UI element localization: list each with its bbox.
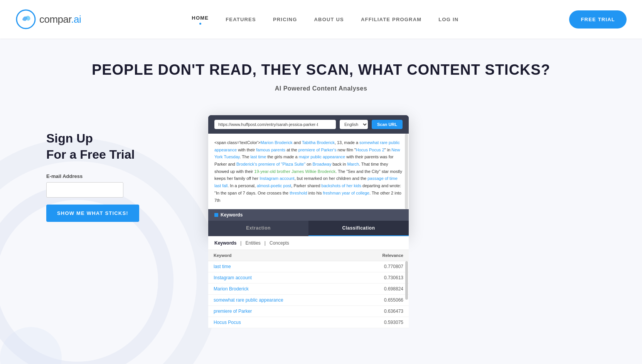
nav-features[interactable]: FEATURES [226,17,256,22]
right-panel: https://www.huffpost.com/entry/sarah-jes… [208,115,611,328]
kw-val-5: 0.593075 [384,320,403,325]
kw-sub-tabs: Keywords | Entities | Concepts [208,236,409,250]
col-header-relevance: Relevance [383,253,403,258]
tab-classification[interactable]: Classification [308,221,409,236]
kw-val-2: 0.698824 [384,286,403,292]
kw-sep-1: | [240,240,241,246]
hero-section: PEOPLE DON'T READ, THEY SCAN, WHAT CONTE… [0,39,642,104]
logo-link[interactable]: compar.ai [15,9,81,30]
signup-heading: Sign Up For a Free Trial [46,131,193,163]
article-text-area: <span class='textColor'>Marion Broderick… [208,134,409,209]
table-row: Instagram account 0.730613 [208,272,409,283]
kw-name-1: Instagram account [214,275,252,280]
screenshot-mockup: https://www.huffpost.com/entry/sarah-jes… [208,115,409,236]
email-label: E-mail Address [46,173,193,179]
kw-val-3: 0.655066 [384,297,403,303]
nav-links: HOME FEATURES PRICING ABOUT US AFFILIATE… [192,14,458,25]
main-content: Sign Up For a Free Trial E-mail Address … [0,104,642,344]
email-input[interactable] [46,182,123,198]
scan-url-button[interactable]: Scan URL [372,120,403,129]
keywords-table: Keyword Relevance last time 0.770807 Ins… [208,250,409,328]
table-row: Marion Broderick 0.698824 [208,283,409,295]
result-tabs: Extraction Classification [208,221,409,236]
kw-name-4: premiere of Parker [214,309,252,314]
article-text: <span class='textColor'>Marion Broderick… [214,140,402,203]
kw-tab-keywords[interactable]: Keywords [214,240,236,246]
navigation: compar.ai HOME FEATURES PRICING ABOUT US… [0,0,642,39]
tab-extraction[interactable]: Extraction [208,221,308,236]
svg-point-3 [0,327,62,364]
nav-login[interactable]: LOG IN [438,17,458,22]
keywords-bar: Keywords [208,209,409,221]
url-bar: https://www.huffpost.com/entry/sarah-jes… [214,120,336,129]
nav-home[interactable]: HOME [192,15,209,25]
nav-about[interactable]: ABOUT US [314,17,344,22]
table-row: somewhat rare public appearance 0.655066 [208,295,409,306]
keywords-bar-label: Keywords [221,212,243,218]
kw-name-3: somewhat rare public appearance [214,297,283,303]
text-scrollbar[interactable] [405,134,408,209]
free-trial-button[interactable]: FREE TRIAL [569,10,627,29]
kw-val-4: 0.636473 [384,309,403,314]
logo-icon [15,9,36,30]
show-me-button[interactable]: SHOW ME WHAT STICKS! [46,205,139,222]
col-header-keyword: Keyword [214,253,231,258]
kw-val-1: 0.730613 [384,275,403,280]
table-row: last time 0.770807 [208,261,409,272]
hero-heading: PEOPLE DON'T READ, THEY SCAN, WHAT CONTE… [15,62,627,78]
kw-tab-entities[interactable]: Entities [245,240,260,246]
kw-name-2: Marion Broderick [214,286,249,292]
kw-val-0: 0.770807 [384,264,403,269]
table-header-row: Keyword Relevance [208,250,409,261]
kw-tab-concepts[interactable]: Concepts [270,240,289,246]
screenshot-toolbar: https://www.huffpost.com/entry/sarah-jes… [208,115,409,134]
nav-affiliate[interactable]: AFFILIATE PROGRAM [361,17,421,22]
left-panel: Sign Up For a Free Trial E-mail Address … [46,115,193,222]
language-select[interactable]: English [340,120,368,129]
keywords-dot [214,213,218,217]
logo-text: compar.ai [39,13,81,25]
table-row: premiere of Parker 0.636473 [208,306,409,317]
table-row: Hocus Pocus 0.593075 [208,317,409,328]
kw-name-5: Hocus Pocus [214,320,241,325]
kw-name-0: last time [214,264,231,269]
hero-subtitle: AI Powered Content Analyses [15,85,627,92]
nav-pricing[interactable]: PRICING [273,17,297,22]
table-scrollbar[interactable] [405,261,408,300]
keywords-table-wrapper: Keyword Relevance last time 0.770807 Ins… [208,250,409,328]
kw-sep-2: | [265,240,266,246]
